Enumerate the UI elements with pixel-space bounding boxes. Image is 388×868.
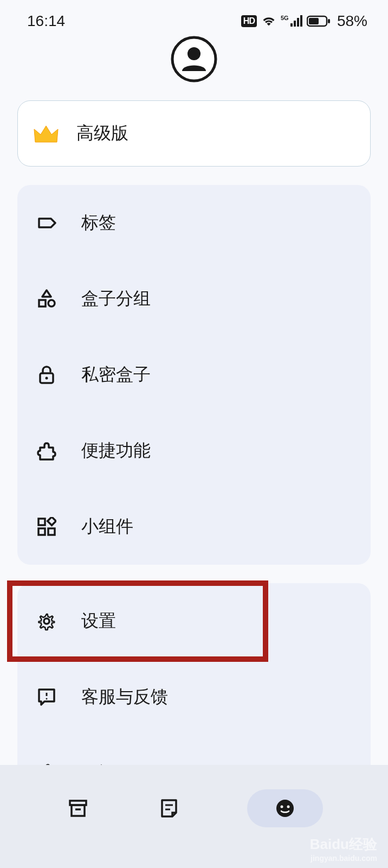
svg-rect-14 [38,519,45,525]
hd-badge-icon: HD [241,15,257,27]
svg-rect-1 [290,23,293,27]
crown-icon [33,123,59,144]
svg-rect-6 [309,18,319,24]
gear-icon [37,611,56,631]
premium-label: 高级版 [76,122,128,145]
widgets-icon [37,517,56,537]
menu-item-widgets[interactable]: 小组件 [17,489,371,565]
svg-text:5G: 5G [281,15,289,21]
premium-card[interactable]: 高级版 [17,100,371,167]
svg-point-11 [48,300,55,307]
menu-label: 标签 [81,211,116,235]
svg-point-20 [46,698,48,700]
nav-item-notes[interactable] [156,795,182,821]
menu-label: 客服与反馈 [81,685,168,709]
status-bar: 16:14 HD 5G 58% [0,0,388,33]
wifi-icon [261,15,276,27]
menu-label: 便捷功能 [81,439,151,463]
svg-rect-10 [39,300,46,307]
menu-item-settings[interactable]: 设置 [10,583,266,659]
signal-icon: 5G [281,15,302,28]
svg-point-18 [44,618,49,624]
svg-rect-16 [48,528,55,535]
menu-item-feedback[interactable]: 客服与反馈 [17,659,371,735]
svg-rect-15 [38,528,45,535]
bottom-nav [0,765,388,868]
nav-item-profile[interactable] [247,789,323,827]
svg-point-27 [281,806,283,808]
menu-label: 私密盒子 [81,363,151,387]
svg-rect-17 [48,517,56,525]
svg-point-9 [187,47,201,60]
menu-label: 小组件 [81,515,133,539]
avatar-icon[interactable] [170,35,218,83]
svg-point-13 [46,377,48,380]
svg-rect-4 [300,15,302,27]
menu-item-quick-functions[interactable]: 便捷功能 [17,413,371,489]
menu-label: 设置 [81,609,116,633]
svg-point-28 [287,806,290,808]
battery-percent: 58% [337,12,367,30]
svg-rect-3 [297,18,299,27]
tag-icon [37,213,56,233]
nav-item-archive[interactable] [65,795,91,821]
battery-icon [307,15,331,28]
avatar-container [0,35,388,83]
svg-point-26 [276,800,294,817]
extension-icon [37,441,56,461]
feedback-icon [37,687,56,707]
status-time: 16:14 [27,12,65,30]
menu-group-1: 标签 盒子分组 私密盒子 [17,185,371,565]
menu-item-private-box[interactable]: 私密盒子 [17,337,371,413]
lock-icon [37,365,56,385]
menu-item-box-groups[interactable]: 盒子分组 [17,261,371,337]
menu-label: 盒子分组 [81,287,151,311]
svg-rect-22 [72,805,85,816]
shapes-icon [37,289,56,309]
svg-rect-7 [328,19,330,23]
menu-item-tags[interactable]: 标签 [17,185,371,261]
svg-rect-2 [294,21,296,27]
status-indicators: HD 5G 58% [241,12,367,30]
